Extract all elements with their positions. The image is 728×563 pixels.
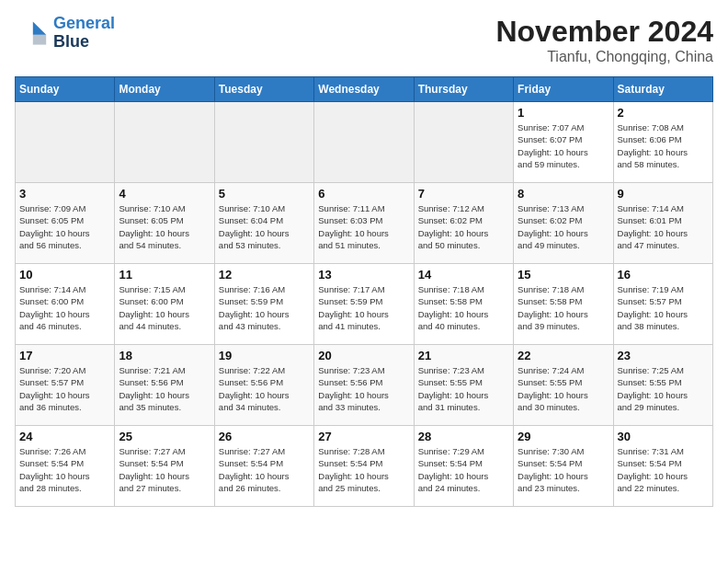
calendar-day-cell: 8Sunrise: 7:13 AM Sunset: 6:02 PM Daylig… bbox=[514, 183, 613, 264]
location-subtitle: Tianfu, Chongqing, China bbox=[495, 49, 713, 65]
weekday-header: Saturday bbox=[613, 77, 712, 102]
calendar-day-cell: 30Sunrise: 7:31 AM Sunset: 5:54 PM Dayli… bbox=[613, 426, 712, 507]
day-number: 29 bbox=[518, 430, 609, 443]
calendar-day-cell: 13Sunrise: 7:17 AM Sunset: 5:59 PM Dayli… bbox=[314, 264, 414, 345]
day-info: Sunrise: 7:08 AM Sunset: 6:06 PM Dayligh… bbox=[618, 121, 709, 170]
day-info: Sunrise: 7:07 AM Sunset: 6:07 PM Dayligh… bbox=[518, 121, 609, 170]
svg-marker-0 bbox=[33, 21, 46, 34]
calendar-day-cell: 7Sunrise: 7:12 AM Sunset: 6:02 PM Daylig… bbox=[414, 183, 513, 264]
day-info: Sunrise: 7:22 AM Sunset: 5:56 PM Dayligh… bbox=[219, 364, 310, 413]
day-number: 6 bbox=[318, 187, 409, 201]
day-info: Sunrise: 7:20 AM Sunset: 5:57 PM Dayligh… bbox=[19, 364, 110, 413]
day-info: Sunrise: 7:21 AM Sunset: 5:56 PM Dayligh… bbox=[119, 364, 210, 413]
calendar-day-cell: 27Sunrise: 7:28 AM Sunset: 5:54 PM Dayli… bbox=[314, 426, 414, 507]
day-info: Sunrise: 7:16 AM Sunset: 5:59 PM Dayligh… bbox=[219, 283, 310, 332]
logo: General Blue bbox=[15, 15, 115, 52]
calendar-day-cell: 29Sunrise: 7:30 AM Sunset: 5:54 PM Dayli… bbox=[514, 426, 613, 507]
day-info: Sunrise: 7:10 AM Sunset: 6:05 PM Dayligh… bbox=[119, 202, 210, 251]
weekday-header: Sunday bbox=[16, 77, 115, 102]
calendar-day-cell: 23Sunrise: 7:25 AM Sunset: 5:55 PM Dayli… bbox=[613, 345, 712, 426]
calendar-day-cell: 12Sunrise: 7:16 AM Sunset: 5:59 PM Dayli… bbox=[214, 264, 313, 345]
weekday-header: Thursday bbox=[414, 77, 513, 102]
title-area: November 2024 Tianfu, Chongqing, China bbox=[495, 15, 713, 65]
calendar-week-row: 17Sunrise: 7:20 AM Sunset: 5:57 PM Dayli… bbox=[16, 345, 713, 426]
calendar-day-cell bbox=[414, 102, 513, 183]
day-number: 18 bbox=[119, 349, 210, 362]
day-info: Sunrise: 7:14 AM Sunset: 6:01 PM Dayligh… bbox=[618, 202, 709, 251]
calendar-day-cell: 19Sunrise: 7:22 AM Sunset: 5:56 PM Dayli… bbox=[214, 345, 313, 426]
calendar-day-cell: 26Sunrise: 7:27 AM Sunset: 5:54 PM Dayli… bbox=[214, 426, 313, 507]
month-title: November 2024 bbox=[495, 15, 713, 49]
day-info: Sunrise: 7:25 AM Sunset: 5:55 PM Dayligh… bbox=[618, 364, 709, 413]
weekday-header: Friday bbox=[514, 77, 613, 102]
day-info: Sunrise: 7:15 AM Sunset: 6:00 PM Dayligh… bbox=[119, 283, 210, 332]
calendar-day-cell: 24Sunrise: 7:26 AM Sunset: 5:54 PM Dayli… bbox=[16, 426, 115, 507]
day-number: 4 bbox=[119, 187, 210, 201]
day-number: 22 bbox=[518, 349, 609, 362]
calendar-day-cell: 18Sunrise: 7:21 AM Sunset: 5:56 PM Dayli… bbox=[115, 345, 214, 426]
calendar-day-cell: 28Sunrise: 7:29 AM Sunset: 5:54 PM Dayli… bbox=[414, 426, 513, 507]
day-number: 28 bbox=[418, 430, 509, 443]
day-number: 2 bbox=[618, 106, 709, 120]
calendar-day-cell: 21Sunrise: 7:23 AM Sunset: 5:55 PM Dayli… bbox=[414, 345, 513, 426]
day-number: 25 bbox=[119, 430, 210, 443]
calendar-day-cell: 10Sunrise: 7:14 AM Sunset: 6:00 PM Dayli… bbox=[16, 264, 115, 345]
calendar-day-cell: 4Sunrise: 7:10 AM Sunset: 6:05 PM Daylig… bbox=[115, 183, 214, 264]
calendar-day-cell: 2Sunrise: 7:08 AM Sunset: 6:06 PM Daylig… bbox=[613, 102, 712, 183]
day-info: Sunrise: 7:27 AM Sunset: 5:54 PM Dayligh… bbox=[219, 445, 310, 494]
day-info: Sunrise: 7:18 AM Sunset: 5:58 PM Dayligh… bbox=[418, 283, 509, 332]
calendar-table: SundayMondayTuesdayWednesdayThursdayFrid… bbox=[15, 76, 713, 507]
day-info: Sunrise: 7:09 AM Sunset: 6:05 PM Dayligh… bbox=[19, 202, 110, 251]
day-number: 7 bbox=[418, 187, 509, 201]
day-number: 24 bbox=[19, 430, 110, 443]
day-info: Sunrise: 7:19 AM Sunset: 5:57 PM Dayligh… bbox=[618, 283, 709, 332]
day-info: Sunrise: 7:12 AM Sunset: 6:02 PM Dayligh… bbox=[418, 202, 509, 251]
day-number: 27 bbox=[318, 430, 409, 443]
day-number: 12 bbox=[219, 268, 310, 282]
calendar-week-row: 1Sunrise: 7:07 AM Sunset: 6:07 PM Daylig… bbox=[16, 102, 713, 183]
calendar-day-cell: 9Sunrise: 7:14 AM Sunset: 6:01 PM Daylig… bbox=[613, 183, 712, 264]
day-info: Sunrise: 7:14 AM Sunset: 6:00 PM Dayligh… bbox=[19, 283, 110, 332]
day-number: 13 bbox=[318, 268, 409, 282]
day-number: 21 bbox=[418, 349, 509, 362]
day-number: 11 bbox=[119, 268, 210, 282]
calendar-day-cell bbox=[214, 102, 313, 183]
svg-marker-1 bbox=[33, 35, 46, 45]
calendar-week-row: 3Sunrise: 7:09 AM Sunset: 6:05 PM Daylig… bbox=[16, 183, 713, 264]
calendar-day-cell: 6Sunrise: 7:11 AM Sunset: 6:03 PM Daylig… bbox=[314, 183, 414, 264]
day-info: Sunrise: 7:29 AM Sunset: 5:54 PM Dayligh… bbox=[418, 445, 509, 494]
day-info: Sunrise: 7:23 AM Sunset: 5:55 PM Dayligh… bbox=[418, 364, 509, 413]
day-number: 20 bbox=[318, 349, 409, 362]
day-number: 3 bbox=[19, 187, 110, 201]
weekday-header-row: SundayMondayTuesdayWednesdayThursdayFrid… bbox=[16, 77, 713, 102]
weekday-header: Monday bbox=[115, 77, 214, 102]
calendar-day-cell: 22Sunrise: 7:24 AM Sunset: 5:55 PM Dayli… bbox=[514, 345, 613, 426]
calendar-day-cell: 1Sunrise: 7:07 AM Sunset: 6:07 PM Daylig… bbox=[514, 102, 613, 183]
weekday-header: Wednesday bbox=[314, 77, 414, 102]
calendar-week-row: 24Sunrise: 7:26 AM Sunset: 5:54 PM Dayli… bbox=[16, 426, 713, 507]
calendar-day-cell: 5Sunrise: 7:10 AM Sunset: 6:04 PM Daylig… bbox=[214, 183, 313, 264]
calendar-day-cell: 14Sunrise: 7:18 AM Sunset: 5:58 PM Dayli… bbox=[414, 264, 513, 345]
calendar-week-row: 10Sunrise: 7:14 AM Sunset: 6:00 PM Dayli… bbox=[16, 264, 713, 345]
day-info: Sunrise: 7:18 AM Sunset: 5:58 PM Dayligh… bbox=[518, 283, 609, 332]
day-info: Sunrise: 7:10 AM Sunset: 6:04 PM Dayligh… bbox=[219, 202, 310, 251]
day-info: Sunrise: 7:23 AM Sunset: 5:56 PM Dayligh… bbox=[318, 364, 409, 413]
logo-icon bbox=[15, 17, 48, 50]
day-info: Sunrise: 7:28 AM Sunset: 5:54 PM Dayligh… bbox=[318, 445, 409, 494]
calendar-day-cell bbox=[314, 102, 414, 183]
calendar-day-cell: 25Sunrise: 7:27 AM Sunset: 5:54 PM Dayli… bbox=[115, 426, 214, 507]
calendar-day-cell bbox=[16, 102, 115, 183]
day-number: 5 bbox=[219, 187, 310, 201]
calendar-day-cell: 16Sunrise: 7:19 AM Sunset: 5:57 PM Dayli… bbox=[613, 264, 712, 345]
page-header: General Blue November 2024 Tianfu, Chong… bbox=[15, 15, 713, 65]
day-info: Sunrise: 7:31 AM Sunset: 5:54 PM Dayligh… bbox=[618, 445, 709, 494]
calendar-day-cell bbox=[115, 102, 214, 183]
calendar-day-cell: 11Sunrise: 7:15 AM Sunset: 6:00 PM Dayli… bbox=[115, 264, 214, 345]
logo-text: General Blue bbox=[53, 15, 115, 52]
day-number: 30 bbox=[618, 430, 709, 443]
day-number: 8 bbox=[518, 187, 609, 201]
day-info: Sunrise: 7:11 AM Sunset: 6:03 PM Dayligh… bbox=[318, 202, 409, 251]
calendar-day-cell: 20Sunrise: 7:23 AM Sunset: 5:56 PM Dayli… bbox=[314, 345, 414, 426]
day-number: 10 bbox=[19, 268, 110, 282]
calendar-day-cell: 17Sunrise: 7:20 AM Sunset: 5:57 PM Dayli… bbox=[16, 345, 115, 426]
